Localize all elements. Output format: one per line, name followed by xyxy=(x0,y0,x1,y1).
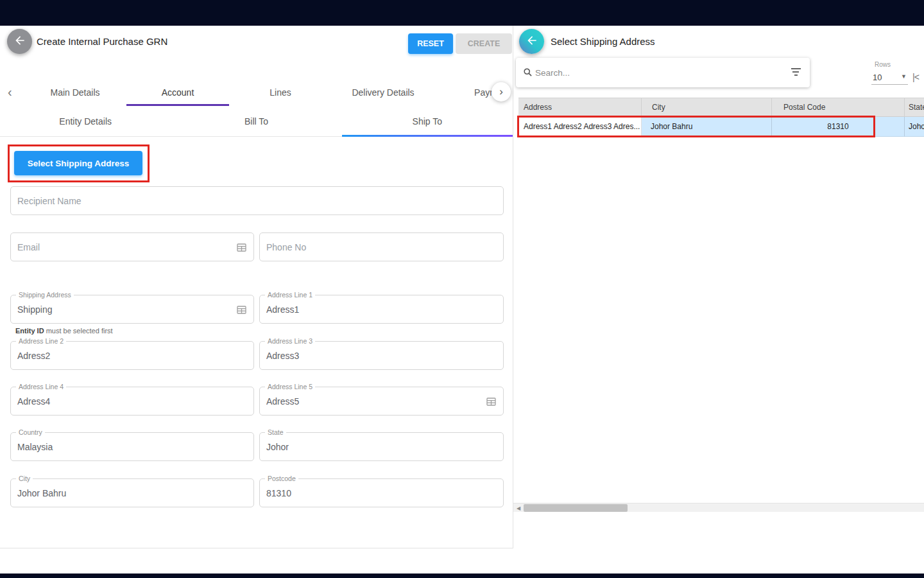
search-input[interactable] xyxy=(535,58,779,87)
tab-label: Account xyxy=(162,87,194,98)
subtab-label: Ship To xyxy=(413,116,442,127)
country-input[interactable] xyxy=(17,433,234,460)
column-header-state[interactable]: State xyxy=(905,98,924,116)
first-page-icon[interactable]: |< xyxy=(912,72,919,82)
horizontal-scrollbar[interactable]: ◀ xyxy=(513,503,924,512)
column-header-address[interactable]: Address xyxy=(518,98,642,116)
tab-label: Delivery Details xyxy=(352,87,414,98)
back-button[interactable] xyxy=(7,29,32,54)
lookup-icon xyxy=(237,243,246,251)
select-shipping-address-panel: Select Shipping Address Rows 10 ▼ |< Add… xyxy=(513,26,924,574)
rows-per-page-value: 10 xyxy=(873,73,882,82)
email-field[interactable] xyxy=(10,232,254,261)
state-input[interactable] xyxy=(266,433,484,460)
cell-address[interactable]: Adress1 Adress2 Adress3 Adres... xyxy=(518,117,642,137)
address-line-2-field[interactable]: Address Line 2 xyxy=(10,341,254,370)
country-field[interactable]: Country xyxy=(10,432,254,461)
create-grn-panel: Create Internal Purchase GRN RESET CREAT… xyxy=(0,26,513,548)
table-header-row: Address City Postal Code State xyxy=(518,98,924,117)
state-field[interactable]: State xyxy=(259,432,504,461)
address-line-4-input[interactable] xyxy=(17,387,234,415)
address-line-3-field[interactable]: Address Line 3 xyxy=(259,341,504,370)
table-row[interactable]: Adress1 Adress2 Adress3 Adres... Johor B… xyxy=(518,117,924,137)
subtab-bill-to[interactable]: Bill To xyxy=(171,106,341,136)
top-navigation-bar xyxy=(0,0,924,26)
subtab-label: Entity Details xyxy=(59,116,112,127)
column-header-city[interactable]: City xyxy=(642,98,772,116)
address-line-3-input[interactable] xyxy=(266,342,484,369)
cell-state[interactable]: Joho xyxy=(905,117,924,137)
create-button[interactable]: CREATE xyxy=(456,33,512,54)
reset-button[interactable]: RESET xyxy=(408,33,453,54)
tabs-scroll-right-button[interactable]: › xyxy=(492,82,511,101)
back-arrow-icon xyxy=(526,34,538,49)
phone-input[interactable] xyxy=(266,233,484,261)
recipient-name-field[interactable] xyxy=(10,186,504,215)
helper-bold: Entity ID xyxy=(15,327,44,335)
cell-city[interactable]: Johor Bahru xyxy=(642,117,772,137)
tab-lines[interactable]: Lines xyxy=(229,78,332,106)
cell-postal-code[interactable]: 81310 xyxy=(772,117,905,137)
lookup-icon xyxy=(237,305,246,313)
address-line-1-field[interactable]: Address Line 1 xyxy=(259,295,504,324)
filter-icon[interactable] xyxy=(791,68,801,77)
recipient-name-input[interactable] xyxy=(17,187,484,215)
tabs-strip: Main Details Account Lines Delivery Deta… xyxy=(24,78,513,106)
rows-per-page-select[interactable]: 10 ▼ xyxy=(871,71,908,85)
city-field[interactable]: City xyxy=(10,478,254,507)
phone-field[interactable] xyxy=(259,232,504,261)
tabs-scroll-left-icon[interactable]: ‹ xyxy=(8,84,12,100)
address-line-2-input[interactable] xyxy=(17,342,234,369)
shipping-address-table: Address City Postal Code State Adress1 A… xyxy=(518,98,924,137)
tab-main-details[interactable]: Main Details xyxy=(24,78,126,106)
city-input[interactable] xyxy=(17,479,234,507)
helper-rest: must be selected first xyxy=(44,327,113,335)
tab-delivery-details[interactable]: Delivery Details xyxy=(332,78,434,106)
search-icon xyxy=(523,67,533,80)
subtab-label: Bill To xyxy=(244,116,268,127)
subtab-entity-details[interactable]: Entity Details xyxy=(0,106,171,136)
scrollbar-thumb[interactable] xyxy=(524,504,628,512)
tab-label: Lines xyxy=(270,87,291,98)
address-line-4-field[interactable]: Address Line 4 xyxy=(10,387,254,416)
postcode-input[interactable] xyxy=(266,479,484,507)
tab-label: Main Details xyxy=(50,87,99,98)
lookup-icon xyxy=(486,397,496,405)
tab-account[interactable]: Account xyxy=(126,78,229,106)
back-button[interactable] xyxy=(519,29,544,54)
shipping-address-input[interactable] xyxy=(17,295,234,323)
column-header-postal-code[interactable]: Postal Code xyxy=(772,98,905,116)
entity-id-helper-text: Entity ID must be selected first xyxy=(15,327,113,335)
scroll-left-arrow-icon[interactable]: ◀ xyxy=(513,504,524,512)
bottom-bar xyxy=(0,574,924,578)
select-shipping-address-button[interactable]: Select Shipping Address xyxy=(14,151,142,175)
address-line-5-input[interactable] xyxy=(266,387,484,415)
chevron-down-icon: ▼ xyxy=(901,73,907,80)
search-bar xyxy=(516,58,810,87)
back-arrow-icon xyxy=(13,34,26,49)
subtab-ship-to[interactable]: Ship To xyxy=(342,106,513,136)
rows-per-page-label: Rows xyxy=(875,61,891,68)
main-tab-bar: ‹ Main Details Account Lines Delivery De… xyxy=(0,78,513,106)
address-line-1-input[interactable] xyxy=(266,295,484,323)
dialog-title: Select Shipping Address xyxy=(551,36,655,47)
page-title: Create Internal Purchase GRN xyxy=(37,36,167,47)
shipping-address-field[interactable]: Shipping Address xyxy=(10,295,254,324)
address-line-5-field[interactable]: Address Line 5 xyxy=(259,387,504,416)
postcode-field[interactable]: Postcode xyxy=(259,478,504,507)
email-input[interactable] xyxy=(17,233,234,261)
sub-tab-bar: Entity Details Bill To Ship To xyxy=(0,106,513,137)
